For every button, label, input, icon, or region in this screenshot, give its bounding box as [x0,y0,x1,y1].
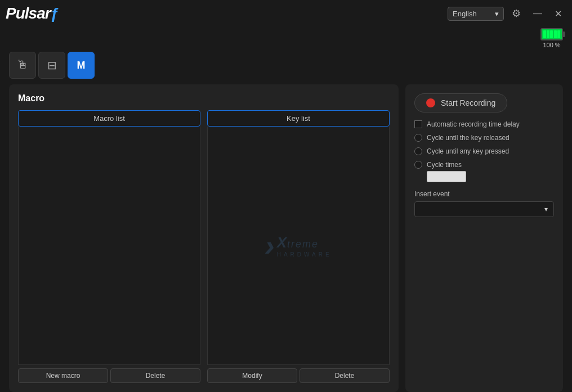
nav-tabs: 🖱 ⊟ M [0,52,572,84]
auto-delay-checkbox[interactable] [414,120,422,128]
brand-chevron: › [265,229,274,263]
close-button[interactable]: ✕ [550,6,566,21]
macro-list-header: Macro list [18,110,200,127]
macro-panel: Macro Macro list New macro Delete Key li… [9,84,399,392]
brand-watermark: › X treme HARDWARE [265,229,332,263]
battery-bar-4 [554,30,557,38]
auto-delay-row: Automatic recording time delay [414,120,554,128]
cycle-any-row: Cycle until any key pressed [414,147,554,155]
new-macro-button[interactable]: New macro [18,368,108,383]
modify-button[interactable]: Modify [207,368,297,383]
tab-macro[interactable]: M [68,52,95,79]
main-content: Macro Macro list New macro Delete Key li… [0,84,572,392]
auto-delay-label: Automatic recording time delay [427,120,520,128]
settings-button[interactable]: ⚙ [507,5,525,22]
cycle-any-radio[interactable] [414,147,422,155]
logo-text: Pulsar [6,4,51,22]
chevron-down-icon: ▾ [495,10,499,18]
lists-row: Macro list New macro Delete Key list › [18,110,390,383]
insert-event-section: Insert event ▾ [414,190,554,217]
macro-icon: M [77,60,86,71]
battery-bar-2 [547,30,549,38]
brand-treme: treme [287,238,319,250]
battery-bar-5 [557,30,560,38]
gear-icon: ⚙ [512,8,521,19]
cycle-any-label: Cycle until any key pressed [427,147,509,155]
battery-icon [540,28,563,40]
key-list-body: › X treme HARDWARE [207,127,390,365]
delete-macro-button[interactable]: Delete [110,368,200,383]
right-panel: Start Recording Automatic recording time… [405,84,563,392]
header-area: 100 % [0,27,572,52]
battery-indicator: 100 % [540,28,563,48]
key-list-section: Key list › X treme HARDWARE [207,110,390,383]
minimize-button[interactable]: — [529,6,547,21]
record-dot-icon [426,98,435,107]
cycle-times-input[interactable] [427,171,466,182]
cycle-key-label: Cycle until the key released [427,134,510,142]
macro-list-footer: New macro Delete [18,368,200,383]
battery-percent: 100 % [543,42,560,48]
cycle-times-row: Cycle times [414,161,554,182]
language-selector[interactable]: English ▾ [448,7,504,21]
key-list-header: Key list [207,110,390,127]
battery-fill [542,29,562,39]
titlebar-controls: English ▾ ⚙ — ✕ [448,5,566,22]
tab-mouse[interactable]: 🖱 [9,52,36,79]
mouse-icon: 🖱 [16,58,29,73]
insert-event-label: Insert event [414,190,554,198]
cycle-key-radio[interactable] [414,134,422,142]
insert-event-select[interactable]: ▾ [414,201,554,217]
logo-bolt: ƒ [51,4,60,22]
minimize-icon: — [533,8,542,18]
macro-title: Macro [18,93,390,103]
delete-key-button[interactable]: Delete [300,368,390,383]
app-logo: Pulsarƒ [6,4,59,22]
cycle-times-option-row: Cycle times [414,161,554,169]
tab-settings[interactable]: ⊟ [38,52,65,79]
sliders-icon: ⊟ [47,58,57,72]
language-label: English [453,10,477,18]
brand-hardware: HARDWARE [277,251,332,258]
battery-bar-3 [550,30,553,38]
battery-bar-1 [543,30,546,38]
chevron-down-icon: ▾ [544,205,548,213]
titlebar: Pulsarƒ English ▾ ⚙ — ✕ [0,0,572,27]
cycle-key-row: Cycle until the key released [414,134,554,142]
brand-x: X [277,234,287,251]
key-list-footer: Modify Delete [207,368,390,383]
cycle-times-label: Cycle times [427,161,462,169]
start-recording-button[interactable]: Start Recording [414,93,507,112]
macro-list-body [18,127,200,365]
options-section: Automatic recording time delay Cycle unt… [414,120,554,182]
cycle-times-radio[interactable] [414,161,422,169]
start-recording-label: Start Recording [441,98,495,107]
macro-list-section: Macro list New macro Delete [18,110,200,383]
close-icon: ✕ [555,9,562,19]
